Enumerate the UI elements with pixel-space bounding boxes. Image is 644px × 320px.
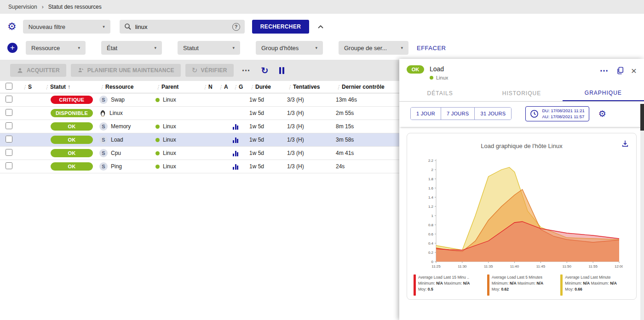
sort-asc-icon[interactable]: ↑ [68,84,70,90]
status-badge: OK [51,122,93,131]
close-icon[interactable]: × [631,66,637,75]
collapse-filters-chevron-icon[interactable] [317,25,324,29]
chevron-down-icon: ▾ [310,46,317,50]
last-check-cell: 13m 46s [336,97,397,103]
search-help-icon[interactable]: ? [232,23,240,31]
header-notes[interactable]: ⋮N [202,84,218,90]
legend-item[interactable]: Average Load Last 15 Minu .. Minimum: N/… [414,274,483,296]
filter-preset-select[interactable]: Nouveau filtre ▾ [23,20,110,34]
filter-settings-gear-icon[interactable]: ⚙ [7,22,17,32]
table-row[interactable]: OK SMemory Linux 1w 5d 1/3 (H) 8m 15s [0,120,399,133]
criteria-status-select[interactable]: Statut ▾ [178,41,240,55]
pause-icon[interactable] [276,67,288,74]
custom-date-range[interactable]: DU: 17/08/2021 11:21 AU: 17/08/2021 11:5… [525,106,589,121]
legend-item[interactable]: Average Load Last Minute Minimum: N/A Ma… [560,274,630,296]
date-from-label: DU: [542,108,549,113]
maintenance-button[interactable]: PLANIFIER UNE MAINTENANCE [71,64,181,77]
column-handle-icon[interactable]: ⋮ [155,84,161,90]
header-severity[interactable]: ⋮S [22,84,44,90]
column-handle-icon[interactable]: ⋮ [44,84,49,90]
table-row-selected[interactable]: OK SLoad Linux 1w 5d 1/3 (H) 3m 58s [0,133,399,147]
criteria-servicegroup-select[interactable]: Groupe de ser... ▾ [339,41,408,55]
legend-color-bar [414,274,416,296]
column-handle-icon[interactable]: ⋮ [99,84,104,90]
header-resource[interactable]: ⋮Ressource [99,84,155,90]
header-duration[interactable]: ⋮Durée [249,84,287,90]
panel-scrollbar[interactable] [640,104,644,320]
copy-link-icon[interactable] [616,67,624,74]
svg-text:11:25: 11:25 [431,264,441,269]
select-all-checkbox[interactable] [6,83,12,90]
header-action[interactable]: ⋮A [218,84,233,90]
row-checkbox[interactable] [6,162,12,169]
search-button[interactable]: RECHERCHER [252,20,310,34]
status-badge: OK [51,149,93,157]
panel-subtitle: Linux [436,75,448,80]
parent-name: Linux [163,97,176,103]
svg-text:1: 1 [431,213,434,217]
graph-icon[interactable] [233,137,249,143]
table-row[interactable]: CRITIQUE SSwap Linux 1w 5d 3/3 (H) 13m 4… [0,93,399,107]
svg-text:1.2: 1.2 [428,204,434,208]
parent-name: Linux [163,150,176,156]
graph-icon[interactable] [233,150,249,156]
panel-more-icon[interactable]: ⋯ [600,65,609,76]
criteria-state-select[interactable]: État ▾ [101,41,162,55]
legend-item[interactable]: Average Load Last 5 Minutes Minimum: N/A… [487,274,557,296]
tab-history[interactable]: HISTORIQUE [481,85,562,101]
row-checkbox[interactable] [6,136,12,143]
header-graph[interactable]: ⋮G [233,84,249,90]
header-status[interactable]: ⋮Statut↑ [44,84,99,90]
table-row[interactable]: OK SCpu Linux 1w 5d 1/3 (H) 4m 41s [0,147,399,160]
tries-cell: 1/3 (H) [287,150,336,156]
check-button[interactable]: ↻ VÉRIFIER [185,64,234,77]
resource-detail-panel: OK Load Linux ⋯ × DÉTAILS HISTORIQUE GRA… [399,59,644,320]
period-1day-button[interactable]: 1 JOUR [411,108,441,120]
column-handle-icon[interactable]: ⋮ [287,84,292,90]
tries-cell: 1/3 (H) [287,137,336,143]
svg-text:11:45: 11:45 [536,264,546,269]
column-handle-icon[interactable]: ⋮ [218,84,223,90]
table-row[interactable]: OK SPing Linux 1w 5d 1/3 (H) 24s [0,160,399,173]
graph-settings-gear-icon[interactable]: ⚙ [598,109,606,119]
row-checkbox[interactable] [6,109,12,116]
duration-cell: 1w 5d [249,97,287,103]
column-handle-icon[interactable]: ⋮ [22,84,27,90]
period-7days-button[interactable]: 7 JOURS [441,108,475,120]
clear-filters-button[interactable]: EFFACER [417,45,446,51]
breadcrumb-supervision[interactable]: Supervision [8,4,37,10]
date-to-label: AU: [542,114,549,119]
panel-scrollbar-thumb[interactable] [640,104,644,131]
graph-icon[interactable] [233,124,249,130]
svg-text:0.6: 0.6 [428,232,434,236]
time-period-bar: 1 JOUR 7 JOURS 31 JOURS DU: 17/08/2021 1… [399,102,644,127]
add-criteria-button[interactable]: + [7,43,17,53]
duration-cell: 1w 5d [249,150,287,156]
tab-graph[interactable]: GRAPHIQUE [563,85,644,101]
row-checkbox[interactable] [6,122,12,129]
column-handle-icon[interactable]: ⋮ [336,84,341,90]
column-handle-icon[interactable]: ⋮ [249,84,254,90]
search-input[interactable] [135,23,229,30]
table-row[interactable]: DISPONIBLE Linux 1w 5d 1/3 (H) 2m 55s [0,107,399,120]
panel-status-badge: OK [407,65,424,74]
more-actions-button[interactable]: ⋯ [238,65,254,75]
row-checkbox[interactable] [6,96,12,103]
actions-toolbar: ACQUITTER PLANIFIER UNE MAINTENANCE ↻ VÉ… [0,60,399,81]
tab-details[interactable]: DÉTAILS [399,85,481,101]
header-parent[interactable]: ⋮Parent [155,84,202,90]
row-checkbox[interactable] [6,149,12,156]
legend-series-name: Average Load Last Minute [565,274,616,280]
criteria-resource-select[interactable]: Ressource ▾ [26,41,86,55]
column-handle-icon[interactable]: ⋮ [202,84,207,90]
period-31days-button[interactable]: 31 JOURS [475,108,511,120]
graph-icon[interactable] [233,164,249,170]
column-handle-icon[interactable]: ⋮ [233,84,238,90]
acknowledge-button[interactable]: ACQUITTER [10,64,66,77]
header-tries[interactable]: ⋮Tentatives [287,84,336,90]
criteria-hostgroup-select[interactable]: Group d'hôtes ▾ [256,41,323,55]
refresh-icon[interactable]: ↻ [259,66,271,75]
header-last-check[interactable]: ⋮Dernier contrôle [336,84,397,90]
download-icon[interactable] [621,140,629,149]
criteria-servicegroup-label: Groupe de ser... [344,45,387,51]
